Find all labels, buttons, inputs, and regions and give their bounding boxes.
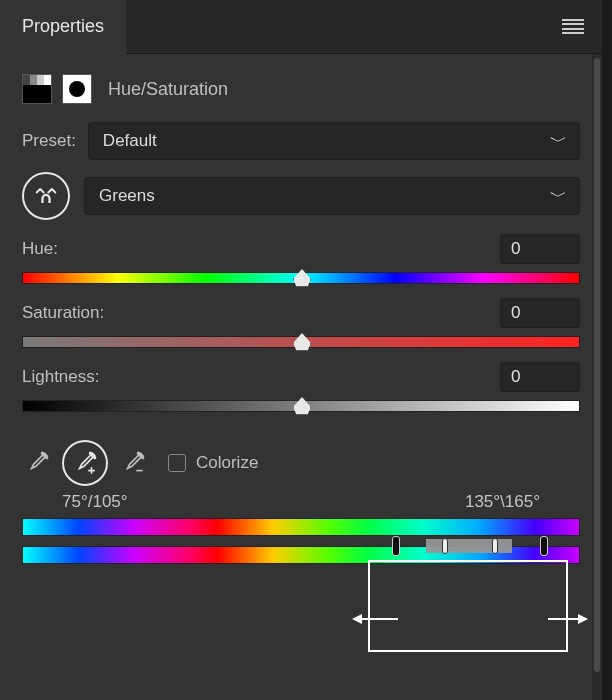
saturation-label: Saturation: bbox=[22, 303, 104, 323]
tab-bar: Properties bbox=[0, 0, 602, 54]
colorize-label: Colorize bbox=[196, 453, 258, 473]
lightness-label: Lightness: bbox=[22, 367, 100, 387]
input-spectrum bbox=[22, 518, 580, 536]
adjustment-header: Hue/Saturation bbox=[0, 54, 602, 122]
layer-mask-icon[interactable] bbox=[62, 74, 92, 104]
range-inner-right[interactable] bbox=[492, 538, 498, 554]
channel-value: Greens bbox=[99, 186, 155, 206]
range-falloff-right[interactable] bbox=[540, 536, 548, 556]
hue-slider[interactable] bbox=[22, 272, 580, 284]
lightness-slider[interactable] bbox=[22, 400, 580, 412]
tab-properties[interactable]: Properties bbox=[0, 0, 126, 54]
range-falloff-left[interactable] bbox=[392, 536, 400, 556]
svg-marker-1 bbox=[352, 614, 362, 624]
eyedropper-row: Colorize bbox=[22, 440, 580, 486]
annotation-highlight bbox=[368, 560, 568, 652]
saturation-input[interactable] bbox=[500, 298, 580, 328]
preset-row: Preset: Default ﹀ bbox=[22, 122, 580, 160]
range-readout: 75°/105° 135°\165° bbox=[22, 492, 580, 512]
adjustment-icon[interactable] bbox=[22, 74, 52, 104]
targeted-adjustment-tool[interactable] bbox=[22, 172, 70, 220]
range-inner-left[interactable] bbox=[442, 538, 448, 554]
lightness-input[interactable] bbox=[500, 362, 580, 392]
range-center-bar[interactable] bbox=[426, 539, 512, 553]
panel-scrollbar[interactable] bbox=[592, 54, 602, 700]
preset-select[interactable]: Default ﹀ bbox=[88, 122, 580, 160]
range-left-label: 75°/105° bbox=[62, 492, 128, 512]
adjustment-title: Hue/Saturation bbox=[108, 79, 228, 100]
panel-menu-icon[interactable] bbox=[562, 19, 584, 35]
preset-label: Preset: bbox=[22, 131, 76, 151]
colorize-checkbox[interactable] bbox=[168, 454, 186, 472]
eyedropper-add-icon[interactable] bbox=[62, 440, 108, 486]
eyedropper-icon[interactable] bbox=[22, 448, 52, 478]
saturation-slider[interactable] bbox=[22, 336, 580, 348]
hue-label: Hue: bbox=[22, 239, 58, 259]
annotation-arrow-left bbox=[352, 612, 400, 630]
eyedropper-subtract-icon[interactable] bbox=[118, 448, 148, 478]
channel-select[interactable]: Greens ﹀ bbox=[84, 177, 580, 215]
chevron-down-icon: ﹀ bbox=[550, 185, 567, 208]
chevron-down-icon: ﹀ bbox=[550, 130, 567, 153]
preset-value: Default bbox=[103, 131, 157, 151]
channel-row: Greens ﹀ bbox=[22, 172, 580, 220]
color-range-strip[interactable] bbox=[22, 518, 580, 564]
hue-input[interactable] bbox=[500, 234, 580, 264]
annotation-arrow-right bbox=[548, 612, 588, 630]
range-right-label: 135°\165° bbox=[465, 492, 540, 512]
svg-marker-3 bbox=[578, 614, 588, 624]
